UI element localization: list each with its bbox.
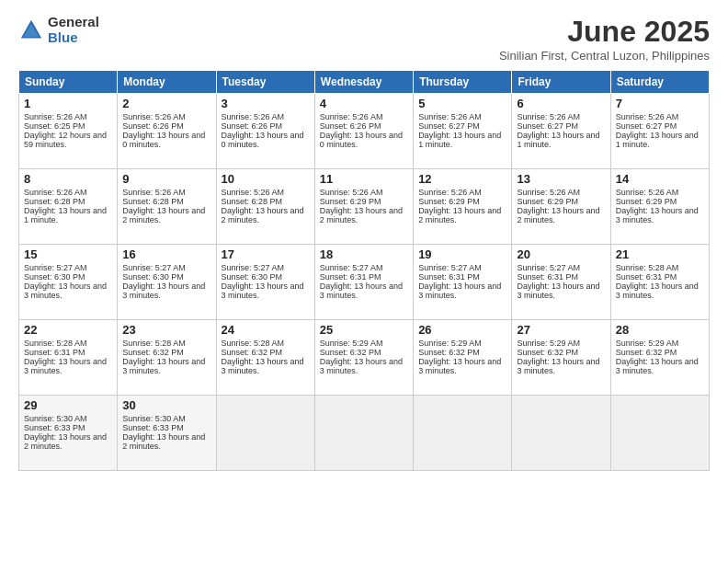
sunset: Sunset: 6:26 PM — [122, 121, 184, 131]
week-4: 22 Sunrise: 5:28 AM Sunset: 6:31 PM Dayl… — [19, 320, 710, 396]
logo-blue: Blue — [48, 30, 99, 46]
daylight: Daylight: 13 hours and 0 minutes. — [222, 131, 304, 149]
week-5: 29 Sunrise: 5:30 AM Sunset: 6:33 PM Dayl… — [19, 396, 710, 471]
sunset: Sunset: 6:32 PM — [616, 348, 677, 357]
sunrise: Sunrise: 5:27 AM — [517, 263, 580, 272]
sunset: Sunset: 6:31 PM — [418, 272, 480, 282]
daylight: Daylight: 13 hours and 1 minute. — [24, 206, 107, 224]
week-3: 15 Sunrise: 5:27 AM Sunset: 6:30 PM Dayl… — [19, 245, 710, 320]
sunrise: Sunrise: 5:26 AM — [517, 112, 580, 121]
day-number: 27 — [517, 323, 605, 337]
day-20: 20 Sunrise: 5:27 AM Sunset: 6:31 PM Dayl… — [512, 245, 610, 320]
day-18: 18 Sunrise: 5:27 AM Sunset: 6:31 PM Dayl… — [314, 245, 413, 320]
sunset: Sunset: 6:26 PM — [320, 121, 381, 131]
sunrise: Sunrise: 5:28 AM — [616, 263, 679, 272]
day-23: 23 Sunrise: 5:28 AM Sunset: 6:32 PM Dayl… — [118, 320, 216, 396]
sunrise: Sunrise: 5:30 AM — [24, 414, 87, 423]
sunrise: Sunrise: 5:30 AM — [122, 414, 186, 423]
empty-cell — [314, 396, 413, 471]
day-10: 10 Sunrise: 5:26 AM Sunset: 6:28 PM Dayl… — [216, 169, 314, 245]
calendar: Sunday Monday Tuesday Wednesday Thursday… — [18, 70, 710, 471]
sunset: Sunset: 6:32 PM — [418, 348, 480, 357]
day-number: 2 — [122, 97, 210, 110]
day-number: 18 — [320, 247, 408, 261]
daylight: Daylight: 13 hours and 3 minutes. — [24, 282, 107, 300]
sunrise: Sunrise: 5:26 AM — [517, 188, 580, 197]
day-27: 27 Sunrise: 5:29 AM Sunset: 6:32 PM Dayl… — [512, 320, 610, 396]
sunset: Sunset: 6:32 PM — [320, 348, 381, 357]
day-number: 22 — [24, 323, 112, 337]
day-16: 16 Sunrise: 5:27 AM Sunset: 6:30 PM Dayl… — [118, 245, 216, 320]
sunset: Sunset: 6:29 PM — [616, 197, 677, 206]
sunrise: Sunrise: 5:26 AM — [122, 188, 186, 197]
day-number: 12 — [418, 172, 506, 186]
sunset: Sunset: 6:27 PM — [418, 121, 480, 131]
day-number: 13 — [517, 172, 605, 186]
sunrise: Sunrise: 5:27 AM — [222, 263, 285, 272]
day-28: 28 Sunrise: 5:29 AM Sunset: 6:32 PM Dayl… — [610, 320, 709, 396]
sunset: Sunset: 6:29 PM — [517, 197, 578, 206]
sunrise: Sunrise: 5:29 AM — [320, 339, 383, 348]
daylight: Daylight: 13 hours and 3 minutes. — [122, 357, 205, 375]
daylight: Daylight: 13 hours and 3 minutes. — [320, 357, 403, 375]
week-2: 8 Sunrise: 5:26 AM Sunset: 6:28 PM Dayli… — [19, 169, 710, 245]
daylight: Daylight: 13 hours and 3 minutes. — [24, 357, 107, 375]
sunset: Sunset: 6:33 PM — [24, 423, 85, 432]
daylight: Daylight: 13 hours and 3 minutes. — [418, 282, 501, 300]
sunset: Sunset: 6:31 PM — [24, 348, 85, 357]
sunset: Sunset: 6:31 PM — [517, 272, 578, 282]
sunrise: Sunrise: 5:26 AM — [616, 188, 679, 197]
daylight: Daylight: 13 hours and 3 minutes. — [517, 357, 599, 375]
day-4: 4 Sunrise: 5:26 AM Sunset: 6:26 PM Dayli… — [314, 94, 413, 169]
sunrise: Sunrise: 5:27 AM — [418, 263, 482, 272]
day-number: 23 — [122, 323, 210, 337]
subtitle: Sinilian First, Central Luzon, Philippin… — [499, 49, 710, 63]
empty-cell — [216, 396, 314, 471]
title-section: June 2025 Sinilian First, Central Luzon,… — [499, 15, 710, 63]
header: General Blue June 2025 Sinilian First, C… — [18, 15, 710, 63]
day-3: 3 Sunrise: 5:26 AM Sunset: 6:26 PM Dayli… — [216, 94, 314, 169]
day-number: 15 — [24, 247, 112, 261]
daylight: Daylight: 13 hours and 0 minutes. — [320, 131, 403, 149]
daylight: Daylight: 13 hours and 2 minutes. — [122, 432, 205, 451]
day-number: 28 — [616, 323, 704, 337]
day-number: 4 — [320, 97, 408, 110]
daylight: Daylight: 13 hours and 2 minutes. — [122, 206, 205, 224]
daylight: Daylight: 13 hours and 1 minute. — [418, 131, 501, 149]
daylight: Daylight: 13 hours and 2 minutes. — [222, 206, 304, 224]
day-6: 6 Sunrise: 5:26 AM Sunset: 6:27 PM Dayli… — [512, 94, 610, 169]
col-thursday: Thursday — [414, 71, 512, 94]
daylight: Daylight: 13 hours and 3 minutes. — [517, 282, 599, 300]
day-number: 19 — [418, 247, 506, 261]
sunrise: Sunrise: 5:28 AM — [122, 339, 186, 348]
day-13: 13 Sunrise: 5:26 AM Sunset: 6:29 PM Dayl… — [512, 169, 610, 245]
sunrise: Sunrise: 5:28 AM — [222, 339, 285, 348]
day-number: 16 — [122, 247, 210, 261]
sunrise: Sunrise: 5:27 AM — [320, 263, 383, 272]
day-number: 8 — [24, 172, 112, 186]
day-8: 8 Sunrise: 5:26 AM Sunset: 6:28 PM Dayli… — [19, 169, 118, 245]
day-14: 14 Sunrise: 5:26 AM Sunset: 6:29 PM Dayl… — [610, 169, 709, 245]
sunrise: Sunrise: 5:26 AM — [222, 188, 285, 197]
day-number: 10 — [222, 172, 310, 186]
sunset: Sunset: 6:28 PM — [24, 197, 85, 206]
day-29: 29 Sunrise: 5:30 AM Sunset: 6:33 PM Dayl… — [19, 396, 118, 471]
sunrise: Sunrise: 5:26 AM — [122, 112, 186, 121]
daylight: Daylight: 13 hours and 3 minutes. — [616, 206, 699, 224]
col-friday: Friday — [512, 71, 610, 94]
daylight: Daylight: 13 hours and 0 minutes. — [122, 131, 205, 149]
sunset: Sunset: 6:33 PM — [122, 423, 184, 432]
day-number: 6 — [517, 97, 605, 110]
col-saturday: Saturday — [610, 71, 709, 94]
sunset: Sunset: 6:32 PM — [122, 348, 184, 357]
sunrise: Sunrise: 5:29 AM — [418, 339, 482, 348]
sunset: Sunset: 6:32 PM — [517, 348, 578, 357]
sunrise: Sunrise: 5:26 AM — [320, 112, 383, 121]
daylight: Daylight: 13 hours and 2 minutes. — [320, 206, 403, 224]
logo-icon — [18, 17, 44, 43]
day-number: 21 — [616, 247, 704, 261]
daylight: Daylight: 13 hours and 3 minutes. — [222, 357, 304, 375]
sunrise: Sunrise: 5:26 AM — [222, 112, 285, 121]
month-title: June 2025 — [499, 15, 710, 49]
day-number: 5 — [418, 97, 506, 110]
